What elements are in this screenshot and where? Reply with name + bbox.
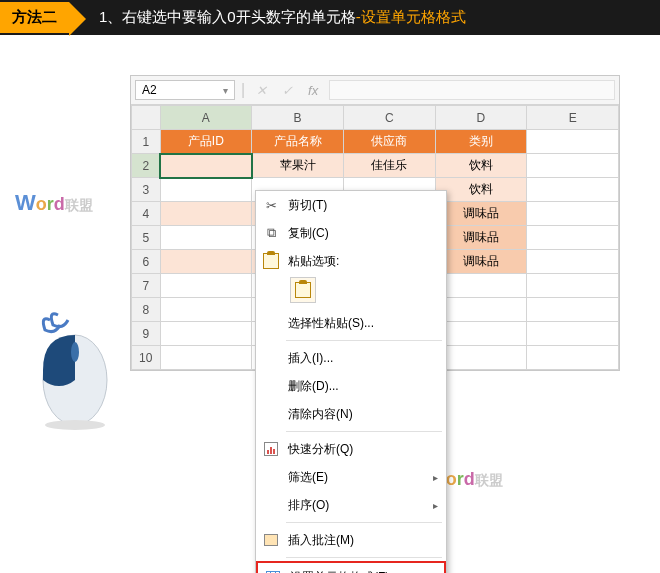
menu-copy[interactable]: ⧉ 复制(C) bbox=[256, 219, 446, 247]
col-header[interactable]: D bbox=[435, 106, 527, 130]
cell[interactable] bbox=[160, 202, 252, 226]
fx-icon[interactable]: fx bbox=[303, 80, 323, 100]
format-cells-icon bbox=[264, 568, 282, 573]
cell[interactable] bbox=[527, 250, 619, 274]
menu-filter[interactable]: 筛选(E) ▸ bbox=[256, 463, 446, 491]
cell[interactable] bbox=[527, 202, 619, 226]
mouse-illustration bbox=[30, 310, 120, 434]
cell[interactable] bbox=[160, 178, 252, 202]
col-header[interactable]: C bbox=[343, 106, 435, 130]
cell[interactable] bbox=[160, 226, 252, 250]
cell[interactable]: 供应商 bbox=[343, 130, 435, 154]
cell[interactable]: 产品ID bbox=[160, 130, 252, 154]
menu-insert[interactable]: 插入(I)... bbox=[256, 344, 446, 372]
cell[interactable] bbox=[527, 178, 619, 202]
menu-paste-special[interactable]: 选择性粘贴(S)... bbox=[256, 309, 446, 337]
menu-cut[interactable]: ✂ 剪切(T) bbox=[256, 191, 446, 219]
paste-option-buttons bbox=[256, 275, 446, 309]
enter-icon[interactable]: ✓ bbox=[277, 80, 297, 100]
svg-point-1 bbox=[71, 342, 79, 362]
row-header[interactable]: 2 bbox=[132, 154, 161, 178]
menu-clear[interactable]: 清除内容(N) bbox=[256, 400, 446, 428]
svg-point-2 bbox=[45, 420, 105, 430]
row-header[interactable]: 3 bbox=[132, 178, 161, 202]
cell[interactable]: 饮料 bbox=[435, 154, 527, 178]
cell[interactable]: 产品名称 bbox=[252, 130, 344, 154]
cancel-icon[interactable]: ✕ bbox=[251, 80, 271, 100]
watermark: Word联盟 bbox=[15, 190, 93, 216]
cell[interactable]: 佳佳乐 bbox=[343, 154, 435, 178]
submenu-arrow-icon: ▸ bbox=[433, 500, 438, 511]
menu-insert-comment[interactable]: 插入批注(M) bbox=[256, 526, 446, 554]
cell[interactable]: 调味品 bbox=[435, 226, 527, 250]
instruction-banner: 方法二 1、右键选中要输入0开头数字的单元格-设置单元格格式 bbox=[0, 0, 660, 35]
row-header[interactable]: 9 bbox=[132, 322, 161, 346]
name-box[interactable]: A2▾ bbox=[135, 80, 235, 100]
cell[interactable]: 饮料 bbox=[435, 178, 527, 202]
context-menu: ✂ 剪切(T) ⧉ 复制(C) 粘贴选项: 选择性粘贴(S)... 插入(I).… bbox=[255, 190, 447, 573]
scissors-icon: ✂ bbox=[262, 196, 280, 214]
menu-sort[interactable]: 排序(O) ▸ bbox=[256, 491, 446, 519]
copy-icon: ⧉ bbox=[262, 224, 280, 242]
row-header[interactable]: 4 bbox=[132, 202, 161, 226]
col-header[interactable]: E bbox=[527, 106, 619, 130]
cell[interactable] bbox=[527, 154, 619, 178]
menu-format-cells[interactable]: 设置单元格格式(F)... bbox=[256, 561, 446, 573]
col-header[interactable]: B bbox=[252, 106, 344, 130]
paste-icon bbox=[262, 252, 280, 270]
cell[interactable]: 调味品 bbox=[435, 202, 527, 226]
row-header[interactable]: 8 bbox=[132, 298, 161, 322]
menu-delete[interactable]: 删除(D)... bbox=[256, 372, 446, 400]
cell[interactable] bbox=[527, 130, 619, 154]
cell[interactable]: 苹果汁 bbox=[252, 154, 344, 178]
cell[interactable]: 调味品 bbox=[435, 250, 527, 274]
row-header[interactable]: 7 bbox=[132, 274, 161, 298]
submenu-arrow-icon: ▸ bbox=[433, 472, 438, 483]
formula-bar-row: A2▾ | ✕ ✓ fx bbox=[131, 76, 619, 105]
comment-icon bbox=[262, 531, 280, 549]
row-header[interactable]: 6 bbox=[132, 250, 161, 274]
selected-cell[interactable] bbox=[160, 154, 252, 178]
row-header[interactable]: 1 bbox=[132, 130, 161, 154]
cell[interactable] bbox=[527, 226, 619, 250]
col-header[interactable]: A bbox=[160, 106, 252, 130]
quick-analysis-icon bbox=[262, 440, 280, 458]
cell[interactable]: 类别 bbox=[435, 130, 527, 154]
row-header[interactable]: 10 bbox=[132, 346, 161, 370]
dropdown-icon[interactable]: ▾ bbox=[223, 85, 228, 96]
paste-default-button[interactable] bbox=[290, 277, 316, 303]
formula-bar[interactable] bbox=[329, 80, 615, 100]
method-tag: 方法二 bbox=[0, 2, 69, 33]
row-header[interactable]: 5 bbox=[132, 226, 161, 250]
cell[interactable] bbox=[160, 250, 252, 274]
menu-quick-analysis[interactable]: 快速分析(Q) bbox=[256, 435, 446, 463]
instruction-text: 1、右键选中要输入0开头数字的单元格-设置单元格格式 bbox=[99, 8, 466, 27]
menu-paste-options: 粘贴选项: bbox=[256, 247, 446, 275]
